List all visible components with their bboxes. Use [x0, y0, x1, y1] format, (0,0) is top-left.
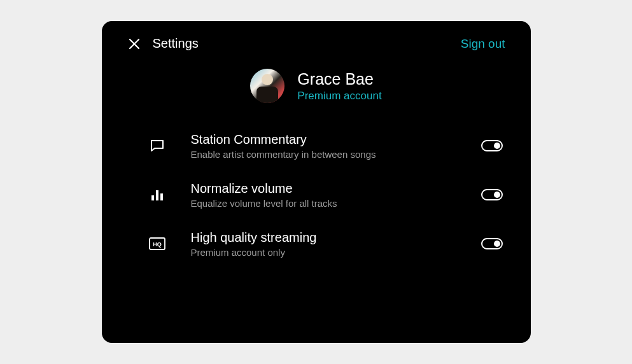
settings-list: Station Commentary Enable artist comment…	[127, 131, 505, 258]
svg-rect-4	[160, 193, 163, 200]
svg-rect-2	[151, 195, 154, 200]
profile-section: Grace Bae Premium account	[127, 69, 505, 103]
page-title: Settings	[153, 36, 199, 51]
toggle-station-commentary[interactable]	[481, 140, 503, 151]
setting-text: Station Commentary Enable artist comment…	[191, 131, 481, 160]
toggle-normalize-volume[interactable]	[481, 189, 503, 200]
close-button[interactable]	[127, 37, 141, 51]
setting-text: High quality streaming Premium account o…	[191, 229, 481, 258]
setting-high-quality-streaming: HQ High quality streaming Premium accoun…	[149, 229, 503, 258]
toggle-high-quality-streaming[interactable]	[481, 238, 503, 249]
profile-account-type: Premium account	[297, 90, 381, 102]
svg-text:HQ: HQ	[153, 241, 162, 248]
comment-icon	[149, 137, 165, 154]
setting-subtitle: Premium account only	[191, 247, 481, 258]
setting-text: Normalize volume Equalize volume level f…	[191, 180, 481, 209]
equalizer-icon	[149, 186, 165, 203]
settings-modal: Settings Sign out Grace Bae Premium acco…	[102, 21, 531, 343]
svg-rect-3	[156, 190, 158, 200]
sign-out-link[interactable]: Sign out	[461, 37, 505, 51]
setting-station-commentary: Station Commentary Enable artist comment…	[149, 131, 503, 160]
hq-icon: HQ	[149, 235, 165, 252]
setting-subtitle: Enable artist commentary in between song…	[191, 149, 481, 160]
header-left: Settings	[127, 36, 199, 51]
setting-title: Station Commentary	[191, 131, 481, 148]
profile-info: Grace Bae Premium account	[297, 69, 381, 102]
setting-title: High quality streaming	[191, 229, 481, 246]
setting-subtitle: Equalize volume level for all tracks	[191, 198, 481, 209]
profile-name: Grace Bae	[297, 69, 381, 88]
modal-header: Settings Sign out	[127, 36, 505, 51]
setting-normalize-volume: Normalize volume Equalize volume level f…	[149, 180, 503, 209]
close-icon	[129, 38, 140, 50]
avatar	[250, 69, 284, 103]
setting-title: Normalize volume	[191, 180, 481, 197]
